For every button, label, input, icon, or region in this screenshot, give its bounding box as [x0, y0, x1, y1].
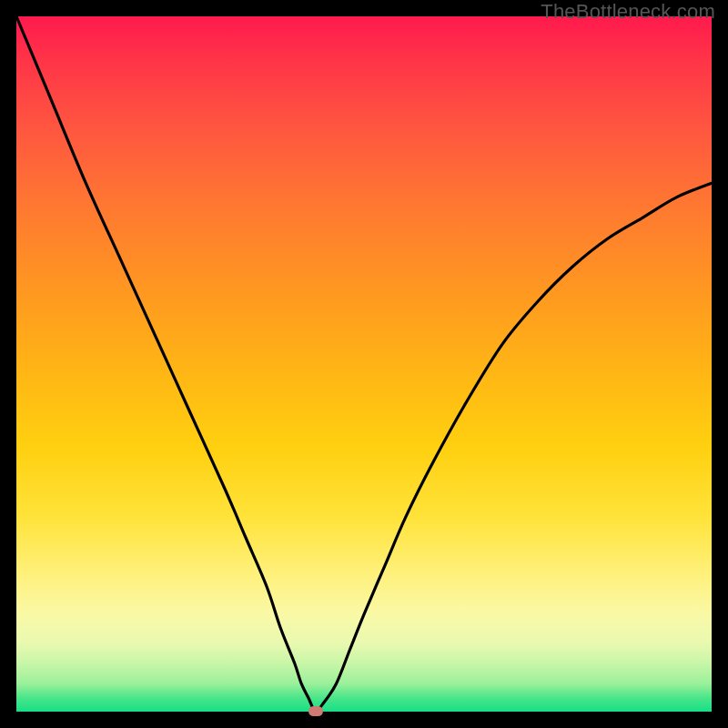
- watermark-text: TheBottleneck.com: [541, 0, 715, 24]
- minimum-marker: [308, 706, 323, 716]
- bottleneck-curve: [16, 16, 712, 712]
- chart-frame: TheBottleneck.com: [0, 0, 728, 728]
